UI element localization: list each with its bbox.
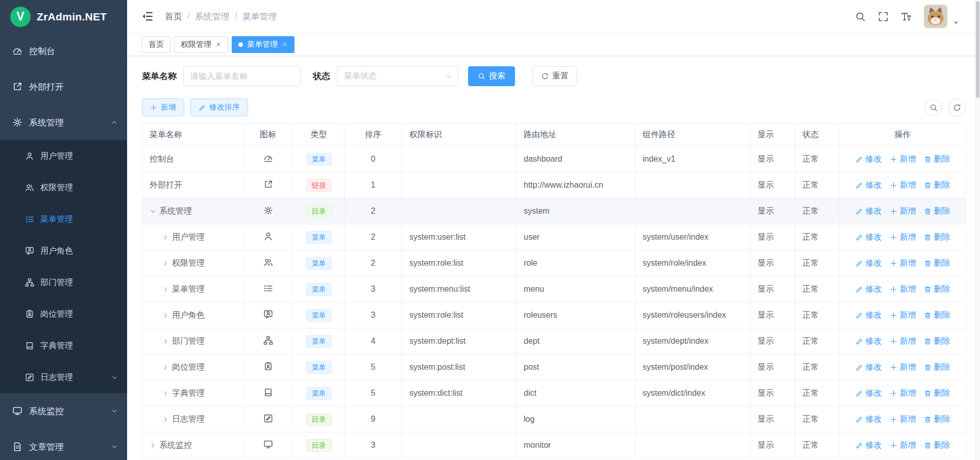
search-icon[interactable] xyxy=(855,11,866,22)
table-row[interactable]: 控制台菜单0dashboardindex_v1显示正常修改新增删除 xyxy=(142,146,966,172)
table-row[interactable]: 系统监控目录3monitor显示正常修改新增删除 xyxy=(142,432,966,458)
table-row[interactable]: 权限管理菜单2system:role:listrolesystem/role/i… xyxy=(142,250,966,276)
table-row[interactable]: 部门管理菜单4system:dept:listdeptsystem/dept/i… xyxy=(142,328,966,354)
edit-action[interactable]: 修改 xyxy=(855,310,882,321)
add-action[interactable]: 新增 xyxy=(890,440,916,451)
edit-action[interactable]: 修改 xyxy=(855,388,882,399)
expand-arrow-icon[interactable] xyxy=(162,260,169,267)
delete-action[interactable]: 删除 xyxy=(924,154,950,165)
tab-1[interactable]: 权限管理 xyxy=(174,36,228,53)
user-avatar[interactable] xyxy=(924,5,947,28)
expand-arrow-icon[interactable] xyxy=(162,390,169,397)
add-action[interactable]: 新增 xyxy=(890,414,916,425)
delete-action[interactable]: 删除 xyxy=(924,388,950,399)
tab-2[interactable]: 菜单管理 xyxy=(232,36,295,53)
reset-button[interactable]: 重置 xyxy=(532,66,577,86)
menu-type-cell: 菜单 xyxy=(293,250,345,276)
add-action[interactable]: 新增 xyxy=(890,310,916,321)
expand-arrow-icon[interactable] xyxy=(162,234,169,241)
sidebar-subitem-1[interactable]: 权限管理 xyxy=(0,172,127,203)
expand-arrow-icon[interactable] xyxy=(162,338,169,345)
edit-action[interactable]: 修改 xyxy=(855,206,882,217)
sidebar-item-3[interactable]: 系统监控 xyxy=(0,393,127,429)
app-logo[interactable]: V ZrAdmin.NET xyxy=(0,0,127,33)
close-icon[interactable] xyxy=(282,41,288,47)
search-button[interactable]: 搜索 xyxy=(468,66,515,86)
expand-arrow-icon[interactable] xyxy=(162,416,169,423)
table-row[interactable]: 用户管理菜单2system:user:listusersystem/user/i… xyxy=(142,224,966,250)
edit-action[interactable]: 修改 xyxy=(855,284,882,295)
edit-action[interactable]: 修改 xyxy=(855,362,882,373)
menu-name-input[interactable] xyxy=(183,66,301,86)
status-select[interactable]: 菜单状态 xyxy=(337,66,458,86)
add-action[interactable]: 新增 xyxy=(890,362,916,373)
refresh-table-button[interactable] xyxy=(948,99,966,116)
monitor-icon xyxy=(12,406,22,416)
expand-arrow-icon[interactable] xyxy=(162,286,169,293)
sidebar-subitem-5[interactable]: 岗位管理 xyxy=(0,298,127,330)
tab-0[interactable]: 首页 xyxy=(142,36,170,53)
sidebar-subitem-0[interactable]: 用户管理 xyxy=(0,140,127,172)
add-action[interactable]: 新增 xyxy=(890,232,916,243)
table-row[interactable]: 系统管理目录2system显示正常修改新增删除 xyxy=(142,198,966,224)
table-row[interactable]: 字典管理菜单5system:dict:listdictsystem/dict/i… xyxy=(142,380,966,406)
add-action[interactable]: 新增 xyxy=(890,388,916,399)
sidebar-subitem-4[interactable]: 部门管理 xyxy=(0,267,127,298)
fullscreen-icon[interactable] xyxy=(878,11,889,22)
expand-arrow-icon[interactable] xyxy=(150,442,156,449)
table-row[interactable]: 日志管理目录9log显示正常修改新增删除 xyxy=(142,406,966,432)
status-cell: 正常 xyxy=(795,198,840,224)
delete-action[interactable]: 删除 xyxy=(924,180,950,191)
delete-action[interactable]: 删除 xyxy=(924,310,950,321)
add-button[interactable]: 新增 xyxy=(142,98,184,116)
delete-action[interactable]: 删除 xyxy=(924,232,950,243)
edit-action[interactable]: 修改 xyxy=(855,336,882,347)
expand-arrow-icon[interactable] xyxy=(162,364,169,371)
sidebar-item-4[interactable]: 文章管理 xyxy=(0,429,127,460)
expand-arrow-icon[interactable] xyxy=(162,312,169,319)
hamburger-icon[interactable] xyxy=(141,10,154,22)
edit-action[interactable]: 修改 xyxy=(855,440,882,451)
sidebar-item-1[interactable]: 外部打开 xyxy=(0,69,127,105)
delete-action[interactable]: 删除 xyxy=(924,284,950,295)
sidebar-subitem-2[interactable]: 菜单管理 xyxy=(0,203,127,235)
delete-action[interactable]: 删除 xyxy=(924,440,950,451)
add-action[interactable]: 新增 xyxy=(890,154,916,165)
page-scrollbar[interactable] xyxy=(975,0,980,460)
breadcrumb-item[interactable]: 首页 xyxy=(165,11,182,22)
delete-action[interactable]: 删除 xyxy=(924,336,950,347)
table-row[interactable]: 岗位管理菜单5system:post:listpostsystem/post/i… xyxy=(142,354,966,380)
sidebar-subitem-3[interactable]: 用户角色 xyxy=(0,235,127,267)
expand-arrow-icon[interactable] xyxy=(150,208,156,215)
delete-action[interactable]: 删除 xyxy=(924,206,950,217)
add-action[interactable]: 新增 xyxy=(890,284,916,295)
edit-action[interactable]: 修改 xyxy=(855,154,882,165)
sidebar-item-0[interactable]: 控制台 xyxy=(0,33,127,69)
table-row[interactable]: 用户角色菜单3system:role:listroleuserssystem/r… xyxy=(142,302,966,328)
delete-action[interactable]: 删除 xyxy=(924,362,950,373)
edit-icon xyxy=(855,416,863,423)
close-icon[interactable] xyxy=(215,41,222,47)
add-action[interactable]: 新增 xyxy=(890,336,916,347)
sidebar-item-2[interactable]: 系统管理 xyxy=(0,105,127,140)
edit-action[interactable]: 修改 xyxy=(855,232,882,243)
scrollbar-thumb[interactable] xyxy=(976,1,979,98)
add-action[interactable]: 新增 xyxy=(890,180,916,191)
caret-down-icon[interactable] xyxy=(952,19,960,27)
sidebar-subitem-6[interactable]: 字典管理 xyxy=(0,330,127,362)
table-row[interactable]: 外部打开链接1http://www.izhaorui.cn显示正常修改新增删除 xyxy=(142,172,966,198)
table-row[interactable]: 菜单管理菜单3system:menu:listmenusystem/menu/i… xyxy=(142,276,966,302)
edit-action[interactable]: 修改 xyxy=(855,258,882,269)
delete-action[interactable]: 删除 xyxy=(924,258,950,269)
add-action[interactable]: 新增 xyxy=(890,258,916,269)
toggle-search-button[interactable] xyxy=(925,99,942,116)
edit-action[interactable]: 修改 xyxy=(855,180,882,191)
add-action[interactable]: 新增 xyxy=(890,206,916,217)
sort-button[interactable]: 修改排序 xyxy=(190,98,248,116)
delete-action[interactable]: 删除 xyxy=(924,414,950,425)
edit-action[interactable]: 修改 xyxy=(855,414,882,425)
breadcrumb-item[interactable]: 系统管理 xyxy=(195,11,230,22)
breadcrumb-item[interactable]: 菜单管理 xyxy=(242,11,277,22)
sidebar-subitem-7[interactable]: 日志管理 xyxy=(0,362,127,393)
font-size-icon[interactable] xyxy=(901,11,912,22)
